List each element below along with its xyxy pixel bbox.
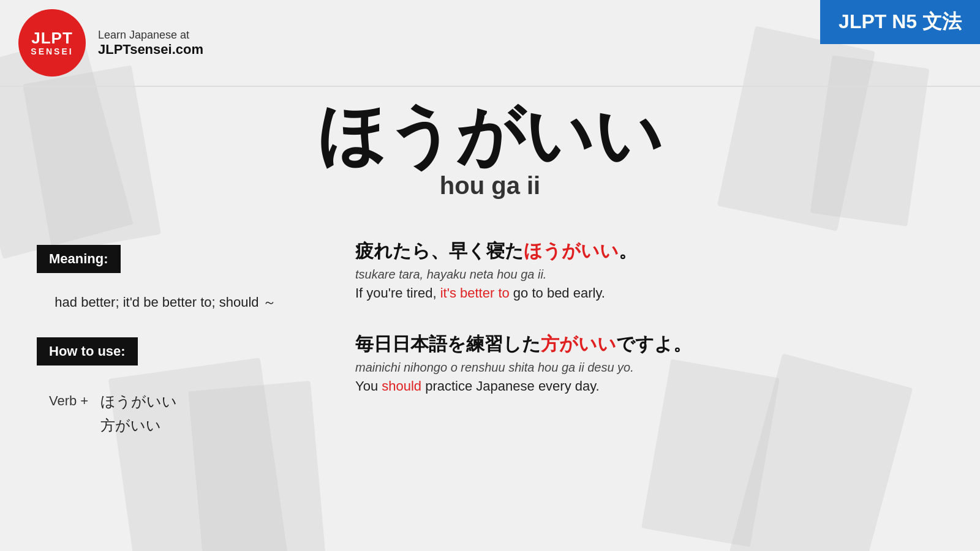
usage-forms: ほうがいい 方がいい — [100, 390, 177, 437]
how-to-use-label: How to use: — [37, 337, 138, 365]
main-title-area: ほうがいい hou ga ii — [0, 86, 980, 200]
logo-jlpt-text: JLPT — [31, 30, 73, 46]
logo-sensei-text: SENSEI — [31, 47, 73, 56]
example-2-english-after: practice Japanese every day. — [421, 378, 600, 394]
example-1-highlight: ほうがいい — [524, 241, 619, 261]
header-site-name: JLPTsensei.com — [98, 42, 203, 58]
example-1-romaji: tsukare tara, hayaku neta hou ga ii. — [355, 268, 943, 282]
example-2-english-before: You — [355, 378, 382, 394]
badge-text: JLPT N5 文法 — [839, 9, 962, 36]
meaning-section: Meaning: had better; it'd be better to; … — [37, 245, 294, 313]
meaning-label: Meaning: — [37, 245, 121, 273]
example-1-before: 疲れたら、早く寝た — [355, 241, 524, 261]
example-1-english: If you're tired, it's better to go to be… — [355, 285, 943, 301]
example-1-english-highlight: it's better to — [440, 285, 510, 301]
example-2-before: 毎日日本語を練習した — [355, 334, 541, 354]
meaning-text: had better; it'd be better to; should ～ — [37, 291, 294, 313]
usage-row: Verb + ほうがいい 方がいい — [37, 390, 294, 437]
usage-form-1: ほうがいい — [100, 390, 177, 413]
header-subtitle: Learn Japanese at — [98, 29, 203, 42]
example-1-english-before: If you're tired, — [355, 285, 440, 301]
example-2-english-highlight: should — [382, 378, 421, 394]
left-content: Meaning: had better; it'd be better to; … — [37, 245, 294, 437]
example-1-after: 。 — [619, 241, 637, 261]
main-romaji: hou ga ii — [0, 172, 980, 200]
example-1-japanese: 疲れたら、早く寝たほうがいい。 — [355, 239, 943, 264]
header-text: Learn Japanese at JLPTsensei.com — [98, 29, 203, 58]
example-2-after: ですよ。 — [616, 334, 692, 354]
jlpt-badge: JLPT N5 文法 — [820, 0, 980, 44]
logo: JLPT SENSEI — [18, 9, 86, 77]
example-2: 毎日日本語を練習した方がいいですよ。 mainichi nihongo o re… — [355, 332, 943, 394]
right-content: 疲れたら、早く寝たほうがいい。 tsukare tara, hayaku net… — [355, 239, 943, 425]
example-1-english-after: go to bed early. — [510, 285, 605, 301]
verb-label: Verb + — [49, 393, 88, 409]
main-hiragana: ほうがいい — [0, 98, 980, 172]
example-2-english: You should practice Japanese every day. — [355, 378, 943, 394]
example-2-highlight: 方がいい — [541, 334, 616, 354]
example-2-romaji: mainichi nihongo o renshuu shita hou ga … — [355, 361, 943, 375]
how-to-use-section: How to use: Verb + ほうがいい 方がいい — [37, 337, 294, 437]
example-2-japanese: 毎日日本語を練習した方がいいですよ。 — [355, 332, 943, 357]
usage-form-2: 方がいい — [100, 414, 177, 437]
example-1: 疲れたら、早く寝たほうがいい。 tsukare tara, hayaku net… — [355, 239, 943, 301]
